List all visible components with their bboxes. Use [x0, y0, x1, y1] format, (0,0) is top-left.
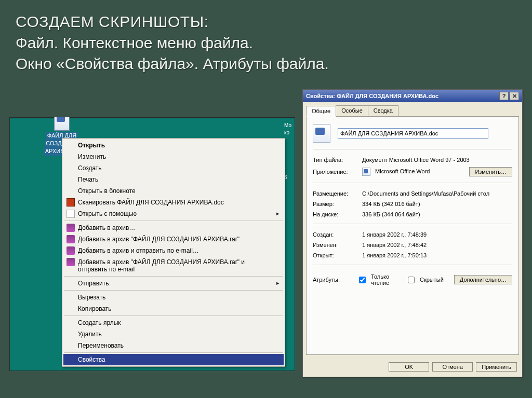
desktop-panel: ФАЙЛ ДЛЯ СОЗДАНИЯ АРХИВА.doc Мо ко 6 Отк…	[9, 117, 295, 371]
attr-hidden-label: Скрытый	[420, 277, 444, 283]
menu-open-with-label: Открыть с помощью	[78, 210, 137, 217]
context-menu: Открыть Изменить Создать Печать Открыть …	[62, 138, 285, 367]
value-accessed: 1 января 2002 г., 7:50:13	[362, 252, 512, 258]
menu-create-shortcut[interactable]: Создать ярлык	[63, 317, 284, 328]
checkbox-hidden[interactable]	[408, 277, 415, 283]
menu-separator	[64, 221, 283, 221]
menu-open-with[interactable]: Открыть с помощью	[63, 208, 284, 219]
menu-copy[interactable]: Копировать	[63, 303, 284, 314]
slide-line-3: Окно «Свойства файла». Атрибуты файла.	[16, 53, 516, 75]
menu-separator	[64, 290, 283, 291]
menu-add-email-label: Добавить в архив и отправить по e-mail…	[78, 247, 199, 254]
menu-rename[interactable]: Переименовать	[63, 340, 284, 351]
advanced-button[interactable]: Дополнительно…	[454, 275, 512, 284]
menu-open[interactable]: Открыть	[63, 140, 284, 151]
label-filetype: Тип файла:	[313, 157, 362, 163]
ok-button[interactable]: OK	[389, 362, 429, 372]
cancel-button[interactable]: Отмена	[432, 362, 473, 372]
slide-line-1: Создаем скриншоты:	[16, 11, 516, 33]
apply-button[interactable]: Применить	[476, 362, 517, 372]
antivirus-icon	[66, 198, 75, 207]
label-attributes: Атрибуты:	[313, 277, 354, 283]
menu-add-archive-label: Добавить в архив…	[78, 224, 135, 231]
menu-edit[interactable]: Изменить	[63, 151, 284, 162]
filename-input[interactable]	[338, 128, 488, 139]
value-app: Microsoft Office Word	[362, 168, 469, 176]
menu-add-archive[interactable]: Добавить в архив…	[63, 222, 284, 234]
label-accessed: Открыт:	[313, 252, 362, 258]
menu-separator	[64, 276, 283, 277]
change-app-button[interactable]: Изменить…	[469, 167, 512, 176]
slide-line-2: Файл. Контекстное меню файла.	[16, 33, 516, 54]
label-ondisk: На диске:	[313, 211, 362, 217]
label-app: Приложение:	[313, 169, 362, 175]
cut-label-3: 6	[284, 174, 295, 180]
word-file-icon	[54, 117, 70, 131]
menu-add-archive-named[interactable]: Добавить в архив "ФАЙЛ ДЛЯ СОЗДАНИЯ АРХИ…	[63, 234, 284, 245]
menu-print[interactable]: Печать	[63, 174, 284, 185]
menu-properties[interactable]: Свойства	[63, 354, 284, 365]
rar-icon	[66, 224, 75, 232]
app-icon	[66, 210, 75, 218]
dialog-titlebar[interactable]: Свойства: ФАЙЛ ДЛЯ СОЗДАНИЯ АРХИВА.doc ?…	[303, 90, 522, 102]
checkbox-readonly[interactable]	[359, 277, 366, 283]
value-ondisk: 336 КБ (344 064 байт)	[362, 211, 512, 217]
word-app-icon	[362, 168, 370, 176]
cut-label-1: Мо	[284, 122, 295, 128]
menu-new[interactable]: Создать	[63, 162, 284, 174]
menu-send-to[interactable]: Отправить	[63, 278, 284, 289]
value-created: 1 января 2002 г., 7:48:39	[362, 231, 512, 238]
menu-scan[interactable]: Сканировать ФАЙЛ ДЛЯ СОЗДАНИЯ АРХИВА.doc	[63, 197, 284, 208]
menu-separator	[64, 315, 283, 316]
menu-cut[interactable]: Вырезать	[63, 292, 284, 303]
tab-body-general: Тип файла: Документ Microsoft Office Wor…	[306, 116, 519, 355]
dialog-title: Свойства: ФАЙЛ ДЛЯ СОЗДАНИЯ АРХИВА.doc	[306, 93, 438, 99]
dialog-button-bar: OK Отмена Применить	[303, 358, 522, 377]
value-filetype: Документ Microsoft Office Word 97 - 2003	[362, 157, 512, 163]
menu-delete[interactable]: Удалить	[63, 328, 284, 340]
rar-icon	[66, 235, 75, 243]
tabs: Общие Особые Сводка	[303, 102, 522, 116]
properties-dialog: Свойства: ФАЙЛ ДЛЯ СОЗДАНИЯ АРХИВА.doc ?…	[302, 89, 523, 377]
rar-icon	[66, 246, 75, 255]
value-size: 334 КБ (342 016 байт)	[362, 201, 512, 207]
close-button[interactable]: ✕	[510, 92, 519, 100]
menu-add-email[interactable]: Добавить в архив и отправить по e-mail…	[63, 245, 284, 256]
attr-readonly-label: Только чтение	[371, 273, 403, 286]
value-location: C:\Documents and Settings\Mufasa\Рабочий…	[362, 190, 512, 197]
tab-general[interactable]: Общие	[306, 106, 336, 117]
file-type-icon	[313, 124, 330, 143]
rar-icon	[66, 258, 75, 266]
menu-add-named-email[interactable]: Добавить в архив "ФАЙЛ ДЛЯ СОЗДАНИЯ АРХИ…	[63, 256, 284, 275]
tab-special[interactable]: Особые	[336, 105, 368, 116]
cut-label-2: ко	[284, 130, 295, 135]
help-button[interactable]: ?	[499, 92, 509, 100]
tab-summary[interactable]: Сводка	[368, 105, 398, 116]
menu-scan-label: Сканировать ФАЙЛ ДЛЯ СОЗДАНИЯ АРХИВА.doc	[78, 199, 224, 206]
value-modified: 1 января 2002 г., 7:48:42	[362, 242, 512, 248]
label-modified: Изменен:	[313, 242, 362, 248]
app-name: Microsoft Office Word	[375, 168, 430, 174]
menu-add-archive-named-label: Добавить в архив "ФАЙЛ ДЛЯ СОЗДАНИЯ АРХИ…	[78, 236, 240, 243]
menu-open-notepad[interactable]: Открыть в блокноте	[63, 185, 284, 197]
menu-separator	[64, 352, 283, 353]
slide-title: Создаем скриншоты: Файл. Контекстное мен…	[0, 0, 532, 80]
menu-add-named-email-label: Добавить в архив "ФАЙЛ ДЛЯ СОЗДАНИЯ АРХИ…	[78, 258, 245, 273]
label-size: Размер:	[313, 201, 362, 207]
label-location: Размещение:	[313, 190, 362, 197]
label-created: Создан:	[313, 231, 362, 238]
